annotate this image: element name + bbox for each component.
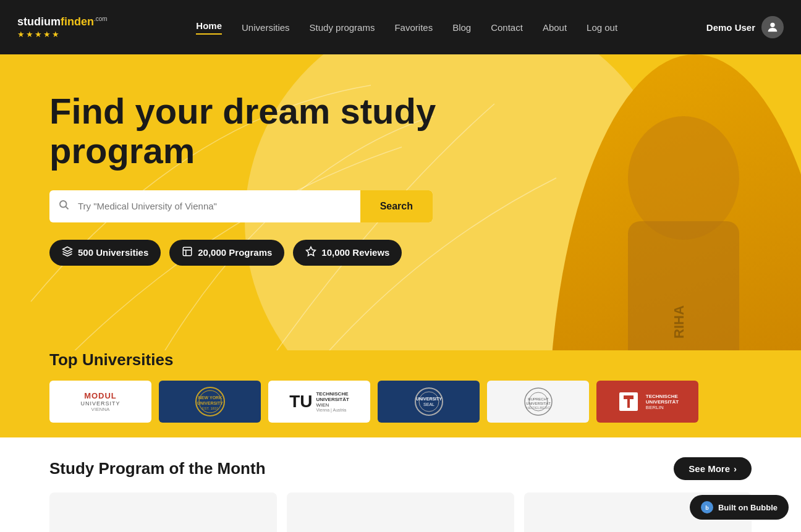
svg-point-16	[419, 392, 439, 412]
svg-text:UNIVERSITY: UNIVERSITY	[197, 401, 222, 405]
svg-text:SEAL: SEAL	[423, 402, 434, 407]
hero-title: Find your dream study program	[49, 91, 494, 171]
bubble-icon: b	[701, 501, 713, 513]
hero-content: Find your dream study program Search	[49, 91, 494, 266]
uni-logo-modul[interactable]: MODUL UNIVERSITY VIENNA	[49, 381, 151, 423]
university-icon	[62, 246, 73, 260]
top-universities-section: Top Universities MODUL UNIVERSITY VIENNA…	[0, 350, 801, 437]
navbar: studiumfinden.com ★★★★★ Home Universitie…	[0, 0, 801, 54]
svg-text:HEIDELBERG: HEIDELBERG	[526, 406, 550, 410]
search-bar: Search	[49, 190, 433, 222]
nav-study-programs[interactable]: Study programs	[310, 22, 375, 33]
see-more-button[interactable]: See More ›	[674, 457, 752, 480]
svg-text:RUPRECHT: RUPRECHT	[528, 397, 549, 401]
svg-text:EST. 1831: EST. 1831	[201, 407, 219, 410]
svg-text:UNIVERSITÄT: UNIVERSITÄT	[526, 402, 551, 405]
bubble-label: Built on Bubble	[718, 503, 778, 512]
uni-logo-nyu[interactable]: NEW YORK UNIVERSITY EST. 1831	[159, 381, 261, 423]
programs-icon	[182, 246, 193, 260]
nav-universities[interactable]: Universities	[242, 22, 290, 33]
top-universities-title: Top Universities	[49, 350, 752, 369]
uni-logo-light[interactable]: RUPRECHT UNIVERSITÄT HEIDELBERG	[487, 381, 589, 423]
svg-line-5	[66, 206, 68, 209]
search-input[interactable]	[78, 201, 360, 211]
study-program-title: Study Program of the Month	[49, 459, 266, 478]
uni-logo-tuberlin[interactable]: TECHNISCHE UNIVERSITÄT BERLIN	[596, 381, 698, 423]
uni-logo-blue2[interactable]: UNIVERSITY SEAL	[378, 381, 480, 423]
svg-point-4	[60, 201, 67, 208]
stats-row: 500 Universities 20,000 Programs	[49, 240, 494, 266]
search-icon	[49, 199, 78, 213]
logo[interactable]: studiumfinden.com ★★★★★	[17, 15, 108, 39]
nav-contact[interactable]: Contact	[491, 22, 523, 33]
nav-links: Home Universities Study programs Favorit…	[196, 20, 617, 35]
svg-rect-6	[184, 247, 192, 256]
hero-section: RIHA Find your dream study program Searc…	[0, 54, 801, 437]
nav-about[interactable]: About	[543, 22, 567, 33]
svg-text:UNIVERSITY: UNIVERSITY	[415, 397, 441, 401]
study-program-header: Study Program of the Month See More ›	[49, 457, 752, 480]
search-button[interactable]: Search	[360, 190, 433, 222]
stat-universities: 500 Universities	[49, 240, 161, 266]
nav-username: Demo User	[706, 22, 755, 33]
program-card-2[interactable]	[287, 492, 514, 532]
nav-favorites[interactable]: Favorites	[394, 22, 433, 33]
svg-marker-9	[307, 247, 316, 255]
bubble-badge[interactable]: b Built on Bubble	[690, 495, 789, 520]
program-cards-row	[49, 492, 752, 532]
bottom-section: Study Program of the Month See More ›	[0, 437, 801, 532]
stat-programs: 20,000 Programs	[169, 240, 284, 266]
nav-user-area: Demo User	[706, 16, 784, 38]
stat-reviews: 10,000 Reviews	[293, 240, 402, 266]
university-logos-row: MODUL UNIVERSITY VIENNA NEW YORK UNIVERS…	[49, 381, 752, 437]
svg-text:b: b	[705, 505, 709, 511]
logo-stars: ★★★★★	[17, 30, 108, 39]
svg-text:RIHA: RIHA	[671, 305, 687, 339]
program-card-1[interactable]	[49, 492, 277, 532]
svg-text:NEW YORK: NEW YORK	[198, 395, 221, 400]
reviews-icon	[305, 246, 316, 260]
logo-text: studiumfinden.com	[17, 15, 108, 28]
nav-blog[interactable]: Blog	[452, 22, 471, 33]
nav-home[interactable]: Home	[196, 20, 222, 35]
nav-avatar[interactable]	[761, 16, 784, 38]
svg-point-15	[415, 388, 443, 415]
svg-point-0	[770, 23, 774, 27]
uni-logo-tuwien[interactable]: TU TECHNISCHE UNIVERSITÄT WIEN Vienna | …	[268, 381, 370, 423]
nav-logout[interactable]: Log out	[587, 22, 617, 33]
